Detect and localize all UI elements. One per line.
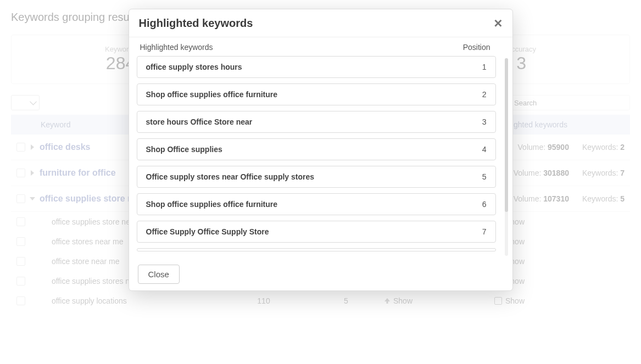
scrollbar-thumb[interactable] (505, 58, 508, 212)
keyword-row[interactable]: store hours Office Store near3 (137, 111, 496, 133)
keyword-row[interactable]: Shop office supplies office furniture6 (137, 193, 496, 215)
keyword-row-partial (137, 248, 496, 251)
keyword-position: 5 (482, 172, 487, 181)
keyword-row[interactable]: Shop office supplies office furniture2 (137, 83, 496, 105)
modal-overlay[interactable]: Highlighted keywords × Highlighted keywo… (0, 0, 641, 364)
keyword-position: 3 (482, 117, 487, 126)
highlighted-keywords-modal: Highlighted keywords × Highlighted keywo… (129, 9, 513, 291)
modal-scroll-area[interactable]: office supply stores hours1Shop office s… (137, 56, 505, 254)
close-button[interactable]: Close (138, 265, 180, 284)
keyword-row[interactable]: office supply stores hours1 (137, 56, 496, 78)
keyword-text: Shop Office supplies (146, 145, 222, 154)
keyword-text: Office Supply Office Supply Store (146, 227, 269, 236)
close-icon[interactable]: × (494, 16, 502, 30)
keyword-position: 1 (482, 63, 487, 71)
modal-col-position: Position (463, 43, 490, 52)
keyword-position: 6 (482, 200, 487, 209)
keyword-text: Shop office supplies office furniture (146, 90, 278, 99)
keyword-text: office supply stores hours (146, 63, 242, 71)
modal-col-keywords: Highlighted keywords (140, 43, 213, 52)
keyword-position: 7 (482, 227, 487, 236)
keyword-row[interactable]: Office supply stores near Office supply … (137, 166, 496, 188)
keyword-row[interactable]: Shop Office supplies4 (137, 138, 496, 160)
modal-title: Highlighted keywords (139, 17, 253, 30)
keyword-position: 2 (482, 90, 487, 99)
keyword-text: Shop office supplies office furniture (146, 200, 278, 209)
keyword-text: store hours Office Store near (146, 117, 253, 126)
keyword-text: Office supply stores near Office supply … (146, 172, 315, 181)
keyword-row[interactable]: Office Supply Office Supply Store7 (137, 221, 496, 243)
keyword-position: 4 (482, 145, 487, 154)
